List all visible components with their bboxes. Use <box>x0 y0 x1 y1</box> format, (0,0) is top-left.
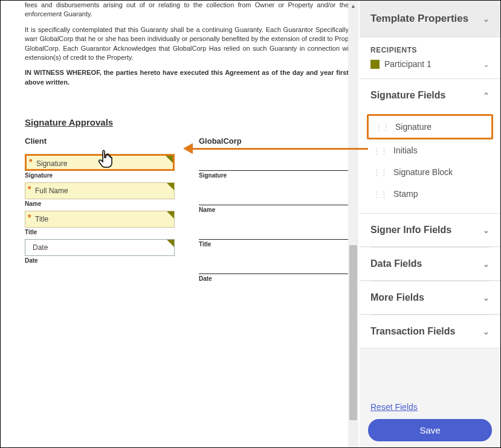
recipients-block: RECIPIENTS Participant 1 ⌄ <box>360 37 500 79</box>
drag-handle-icon: ⋮⋮ <box>373 190 387 199</box>
vertical-scrollbar[interactable]: ▲ <box>348 1 358 447</box>
name-label: Name <box>25 200 175 207</box>
template-properties-header[interactable]: Template Properties ⌄ <box>360 1 500 37</box>
field-corner-icon <box>166 156 173 163</box>
field-corner-icon <box>167 211 174 219</box>
required-star-icon: * <box>29 157 32 167</box>
signature-fields-section: Signature Fields ⌃ ⋮⋮ Signature ⋮⋮ Initi… <box>360 79 500 214</box>
corp-signature-label: Signature <box>199 172 349 179</box>
signature-approvals-heading: Signature Approvals <box>25 117 349 127</box>
recipients-label: RECIPIENTS <box>370 46 490 54</box>
field-label: Initials <box>393 146 418 155</box>
name-field-text: Full Name <box>35 187 68 195</box>
paragraph-2: It is specifically contemplated that thi… <box>25 25 349 63</box>
transaction-fields-header[interactable]: Transaction Fields ⌄ <box>360 315 500 348</box>
field-item-signature-block[interactable]: ⋮⋮ Signature Block <box>367 161 493 183</box>
corp-date-label: Date <box>199 275 349 282</box>
data-fields-header[interactable]: Data Fields ⌄ <box>360 248 500 280</box>
section-title: Transaction Fields <box>370 326 455 336</box>
field-item-signature[interactable]: ⋮⋮ Signature <box>367 114 493 139</box>
corp-title-line <box>199 223 349 240</box>
signature-fields-header[interactable]: Signature Fields ⌃ <box>360 79 500 112</box>
field-item-stamp[interactable]: ⋮⋮ Stamp <box>367 183 493 205</box>
more-fields-header[interactable]: More Fields ⌄ <box>360 281 500 314</box>
field-corner-icon <box>167 240 174 247</box>
scrollbar-thumb[interactable] <box>349 245 357 420</box>
client-signature-field[interactable]: * Signature <box>25 154 175 171</box>
chevron-down-icon: ⌄ <box>483 14 490 24</box>
title-field-text: Title <box>35 215 48 223</box>
corp-name-line <box>199 188 349 205</box>
chevron-down-icon: ⌄ <box>483 226 490 235</box>
drag-handle-icon: ⋮⋮ <box>375 123 389 132</box>
corp-signature-line <box>199 154 349 171</box>
section-title: Signature Fields <box>370 90 445 100</box>
required-star-icon: * <box>28 184 31 194</box>
save-button[interactable]: Save <box>368 419 492 441</box>
signer-info-fields-header[interactable]: Signer Info Fields ⌄ <box>360 214 500 246</box>
globalcorp-column: GlobalCorp Signature Name Title Date <box>199 136 349 286</box>
globalcorp-header: GlobalCorp <box>199 136 349 146</box>
panel-title: Template Properties <box>370 13 468 24</box>
chevron-up-icon: ⌃ <box>483 91 490 100</box>
client-name-field[interactable]: * Full Name <box>25 182 175 199</box>
scroll-up-arrow-icon[interactable]: ▲ <box>348 1 358 11</box>
client-title-field[interactable]: * Title <box>25 211 175 228</box>
client-column: Client * Signature Signature * Full Name… <box>25 136 175 286</box>
field-label: Signature <box>395 122 432 132</box>
document-canvas: fees and disbursements arising out of or… <box>1 1 360 447</box>
chevron-down-icon: ⌄ <box>483 327 490 336</box>
corp-name-label: Name <box>199 206 349 213</box>
date-field-text: Date <box>33 243 48 252</box>
date-label: Date <box>25 257 175 264</box>
recipient-row[interactable]: Participant 1 ⌄ <box>370 59 490 69</box>
participant-name: Participant 1 <box>384 59 432 69</box>
corp-date-line <box>199 257 349 274</box>
field-label: Signature Block <box>393 167 453 177</box>
paragraph-3: IN WITNESS WHEREOF, the parties hereto h… <box>25 68 349 87</box>
signature-field-text: Signature <box>36 159 67 168</box>
chevron-down-icon: ⌄ <box>483 293 490 302</box>
participant-color-swatch <box>370 60 380 69</box>
drag-handle-icon: ⋮⋮ <box>373 146 387 155</box>
bottom-actions: Reset Fields Save <box>360 402 500 441</box>
reset-fields-link[interactable]: Reset Fields <box>370 402 418 412</box>
chevron-down-icon: ⌄ <box>483 260 490 269</box>
field-item-initials[interactable]: ⋮⋮ Initials <box>367 139 493 161</box>
document-body: fees and disbursements arising out of or… <box>25 1 349 87</box>
drag-handle-icon: ⋮⋮ <box>373 168 387 177</box>
section-title: Signer Info Fields <box>370 225 451 235</box>
field-corner-icon <box>167 183 174 190</box>
section-title: Data Fields <box>370 258 422 269</box>
properties-sidebar: Template Properties ⌄ RECIPIENTS Partici… <box>360 1 500 447</box>
client-header: Client <box>25 136 175 146</box>
signature-label: Signature <box>25 172 175 179</box>
client-date-field[interactable]: Date <box>25 239 175 256</box>
section-title: More Fields <box>370 292 424 302</box>
corp-title-label: Title <box>199 241 349 248</box>
paragraph-1: fees and disbursements arising out of or… <box>25 1 349 19</box>
title-label: Title <box>25 229 175 235</box>
field-label: Stamp <box>393 189 418 199</box>
required-star-icon: * <box>28 213 31 222</box>
chevron-down-icon: ⌄ <box>483 60 490 69</box>
